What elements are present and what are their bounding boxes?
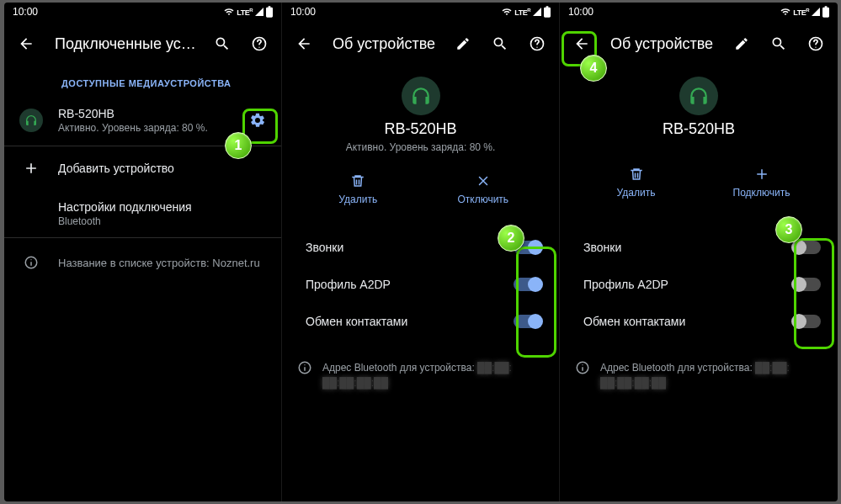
pane-device-detail-disconnected: 10:00 LTER Об устройстве RB-520HB Удалит… — [560, 3, 838, 501]
status-time: 10:00 — [13, 6, 38, 18]
toggle-contacts-row[interactable]: Обмен контактами — [282, 303, 559, 340]
arrow-back-icon — [18, 35, 35, 52]
headphones-avatar — [19, 109, 43, 132]
search-icon — [214, 35, 231, 52]
back-button[interactable] — [289, 29, 319, 59]
toggle-a2dp-switch[interactable] — [514, 278, 542, 291]
arrow-back-icon — [573, 35, 590, 52]
footer: Адрес Bluetooth для устройства: ██:██:██… — [560, 340, 838, 390]
toggle-contacts-switch[interactable] — [514, 315, 542, 328]
disconnect-label: Отключить — [457, 194, 508, 205]
callout-3: 3 — [775, 216, 802, 243]
headphones-icon — [24, 114, 38, 127]
actions-row: Удалить Отключить — [282, 173, 559, 205]
header: Об устройстве — [282, 21, 559, 66]
page-title: Об устройстве — [326, 35, 441, 53]
battery-icon — [544, 6, 551, 18]
device-status: Активно. Уровень заряда: 80 %. — [58, 122, 239, 134]
toggle-a2dp-switch[interactable] — [792, 278, 821, 291]
device-settings-button[interactable] — [242, 105, 273, 135]
headphones-avatar-large — [402, 77, 440, 115]
connection-prefs-title: Настройки подключения — [58, 200, 276, 214]
close-icon — [476, 173, 491, 188]
status-bar: 10:00 LTER — [282, 3, 559, 21]
callout-4: 4 — [580, 55, 607, 82]
pane-device-detail-connected: 10:00 LTER Об устройстве RB-520HB Активн… — [282, 3, 560, 501]
help-button[interactable] — [801, 29, 831, 59]
add-device-label: Добавить устройство — [58, 162, 276, 175]
toggle-a2dp-row[interactable]: Профиль A2DP — [282, 266, 559, 303]
search-icon — [492, 35, 508, 52]
lte-label: LTER — [793, 8, 809, 17]
wifi-icon — [223, 7, 235, 17]
pencil-icon — [734, 36, 749, 51]
device-name: RB-520HB — [282, 120, 559, 138]
plus-icon — [754, 167, 769, 182]
edit-button[interactable] — [448, 29, 478, 59]
toggle-contacts-switch[interactable] — [792, 315, 821, 328]
connect-button[interactable]: Подключить — [699, 167, 824, 199]
svg-point-11 — [815, 47, 816, 48]
battery-icon — [266, 6, 273, 18]
toggle-calls-label: Звонки — [306, 241, 343, 254]
svg-point-4 — [30, 259, 31, 260]
toggle-contacts-label: Обмен контактами — [583, 315, 685, 328]
toggle-a2dp-label: Профиль A2DP — [583, 278, 668, 291]
edit-button[interactable] — [727, 29, 757, 59]
delete-button[interactable]: Удалить — [573, 167, 699, 199]
device-name-info-row: Название в списке устройств: Noznet.ru — [4, 238, 281, 282]
toggle-contacts-label: Обмен контактами — [306, 315, 407, 328]
search-button[interactable] — [485, 29, 515, 59]
help-button[interactable] — [244, 29, 274, 59]
device-name: RB-520HB — [560, 120, 838, 138]
wifi-icon — [501, 7, 513, 17]
lte-label: LTER — [237, 8, 253, 17]
connection-prefs-sub: Bluetooth — [58, 215, 276, 227]
disconnect-button[interactable]: Отключить — [421, 173, 546, 205]
actions-row: Удалить Подключить — [560, 167, 838, 199]
status-time: 10:00 — [568, 6, 593, 18]
device-status: Активно. Уровень заряда: 80 %. — [282, 141, 559, 153]
device-name-info: Название в списке устройств: Noznet.ru — [58, 257, 276, 269]
signal-icon — [532, 7, 542, 17]
footer: Адрес Bluetooth для устройства: ██:██:██… — [282, 340, 559, 390]
pencil-icon — [455, 36, 471, 51]
bluetooth-address-label: Адрес Bluetooth для устройства: ██:██:██… — [322, 360, 512, 390]
status-bar: 10:00 LTER — [4, 3, 281, 21]
toggle-calls-switch[interactable] — [792, 241, 821, 254]
bluetooth-address-label: Адрес Bluetooth для устройства: ██:██:██… — [600, 360, 790, 390]
info-icon — [297, 360, 312, 375]
help-icon — [251, 35, 268, 52]
toggle-a2dp-row[interactable]: Профиль A2DP — [560, 266, 838, 303]
headphones-avatar-large — [679, 77, 718, 115]
section-available-media: ДОСТУПНЫЕ МЕДИАУСТРОЙСТВА — [4, 66, 281, 95]
svg-point-6 — [536, 47, 537, 48]
page-title: Об устройстве — [604, 35, 720, 53]
battery-icon — [822, 6, 829, 18]
help-button[interactable] — [522, 29, 552, 59]
toggle-a2dp-label: Профиль A2DP — [306, 278, 391, 291]
trash-icon — [629, 167, 644, 182]
plus-icon — [23, 160, 40, 177]
svg-point-9 — [304, 364, 305, 365]
device-name: RB-520HB — [58, 107, 239, 120]
delete-label: Удалить — [338, 194, 377, 205]
connection-prefs-row[interactable]: Настройки подключения Bluetooth — [4, 190, 281, 237]
search-icon — [770, 35, 787, 52]
status-time: 10:00 — [290, 6, 316, 18]
search-button[interactable] — [207, 29, 237, 59]
info-icon — [24, 255, 39, 270]
toggles: Звонки Профиль A2DP Обмен контактами — [560, 229, 838, 340]
headphones-icon — [688, 85, 710, 107]
gear-icon — [249, 112, 266, 129]
delete-label: Удалить — [617, 187, 656, 199]
delete-button[interactable]: Удалить — [295, 173, 421, 205]
signal-icon — [254, 7, 264, 17]
status-bar: 10:00 LTER — [560, 3, 838, 21]
header: Подключенные уст… — [4, 21, 281, 66]
help-icon — [807, 35, 824, 52]
back-button[interactable] — [11, 29, 41, 59]
toggle-contacts-row[interactable]: Обмен контактами — [560, 303, 838, 340]
callout-1: 1 — [225, 132, 252, 159]
search-button[interactable] — [764, 29, 794, 59]
